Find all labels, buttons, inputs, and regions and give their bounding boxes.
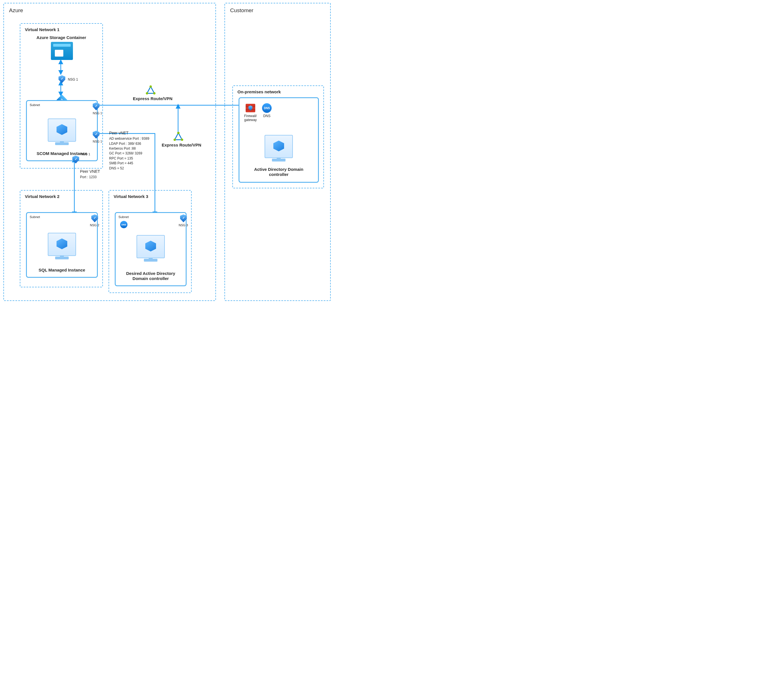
- dns-icon: DNS: [120, 221, 128, 228]
- nsg2-label: NSG 2: [90, 224, 99, 227]
- customer-region: Customer On-premises network Firewall/ g…: [225, 3, 331, 301]
- nsg3-label: NSG 3: [179, 224, 188, 227]
- vnet3-subnet-label: Subnet: [118, 215, 129, 219]
- dns-label: DNS: [261, 114, 273, 118]
- express-route-icon: [173, 132, 183, 141]
- dns-icon: DNS: [262, 103, 272, 113]
- port-line: LDAP Port : 389/ 636: [109, 141, 149, 146]
- vnet3-subnet: Subnet DNS Desired Active Directory Doma…: [115, 212, 186, 286]
- customer-title: Customer: [230, 7, 253, 14]
- sql-mi-title: SQL Managed Instance: [27, 267, 97, 273]
- vnet3-adc-title: Desired Active Directory Domain controll…: [118, 271, 183, 282]
- port-line: Kerberos Port :88: [109, 146, 149, 151]
- express-route-top-label: Express Route/VPN: [133, 96, 172, 101]
- vnet2-subnet-label: Subnet: [30, 215, 40, 219]
- onprem-adc-title: Active Directory Domain controller: [245, 167, 312, 178]
- vnet3: Virtual Network 3 Subnet DNS Desired Act…: [108, 190, 192, 293]
- onprem-network: On-premises network Firewall/ gateway DN…: [232, 86, 324, 188]
- port-line: RPC Port = 135: [109, 156, 149, 161]
- storage-icon: [51, 42, 73, 60]
- port-line: DNS = 52: [109, 166, 149, 171]
- firewall-label: Firewall/ gateway: [242, 114, 259, 122]
- nsg1-label: NSG 1: [68, 78, 78, 81]
- shield-icon: [72, 156, 79, 164]
- storage-title: Azure Storage Container: [20, 35, 102, 41]
- peer-vnet-1-3: Peer vNET AD webservice Port : 9389 LDAP…: [109, 130, 149, 171]
- port-line: AD webservice Port : 9389: [109, 136, 149, 141]
- vnet1: Virtual Network 1 Azure Storage Containe…: [20, 23, 103, 169]
- vnet1-subnet-label: Subnet: [30, 103, 40, 107]
- adc-icon: [136, 235, 165, 258]
- nsg1-label: NSG 1: [93, 112, 102, 115]
- svg-point-14: [173, 139, 176, 141]
- firewall-icon: [246, 104, 255, 112]
- vnet1-subnet: Subnet SCOM Managed Instance: [26, 100, 98, 161]
- onprem-panel: Firewall/ gateway DNS DNS Active Directo…: [239, 97, 319, 183]
- vnet2-subnet: Subnet SQL Managed Instance: [26, 212, 98, 278]
- svg-point-12: [177, 132, 180, 134]
- onprem-title: On-premises network: [238, 89, 281, 94]
- nsg1-label: NSG 1: [93, 140, 102, 143]
- onprem-adc-icon: [265, 135, 293, 158]
- peer-v1v3-title: Peer vNET: [109, 130, 149, 136]
- shield-icon: [58, 75, 65, 83]
- sql-mi-icon: [48, 233, 76, 256]
- port-line: SMB Port = 445: [109, 161, 149, 166]
- express-route-mid-label: Express Route/VPN: [162, 143, 201, 147]
- peer-v1v2-title: Peer VNET: [80, 169, 100, 174]
- vnet2-title: Virtual Network 2: [25, 194, 59, 199]
- peer-vnet-1-2: Peer VNET Port : 1233: [80, 169, 100, 180]
- port-line: GC Port = 3268/ 3269: [109, 151, 149, 156]
- vnet1-title: Virtual Network 1: [25, 27, 59, 32]
- express-route-icon: [146, 86, 155, 95]
- svg-point-13: [181, 139, 183, 141]
- svg-point-8: [150, 86, 152, 88]
- azure-title: Azure: [9, 7, 23, 14]
- diagram-canvas: Azure Virtual Network 1 Azure Storage Co…: [0, 0, 333, 305]
- scom-icon: [48, 118, 76, 142]
- nsg1-label: NSG 1: [81, 152, 90, 156]
- svg-point-9: [153, 92, 155, 94]
- vnet2: Virtual Network 2 Subnet SQL Managed Ins…: [20, 190, 103, 287]
- peer-v1v2-port: Port : 1233: [80, 175, 100, 180]
- vnet3-title: Virtual Network 3: [114, 194, 148, 199]
- svg-point-10: [146, 92, 148, 94]
